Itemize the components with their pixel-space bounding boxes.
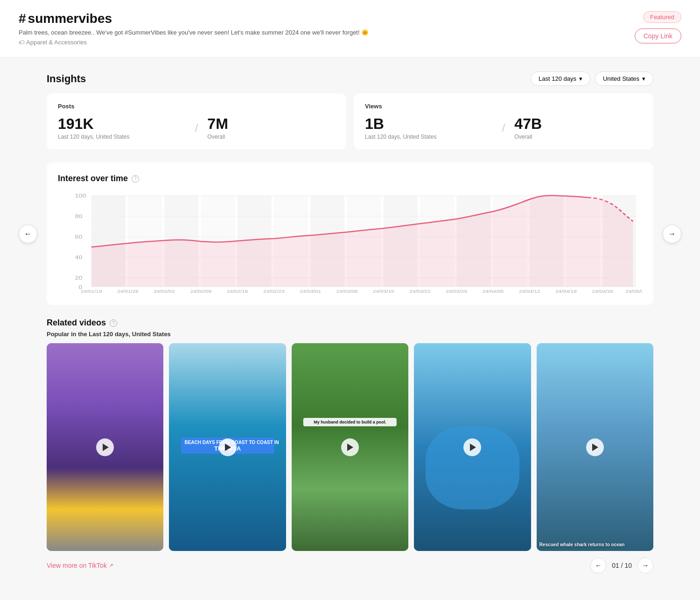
chart-nav-left[interactable]: ← bbox=[19, 225, 37, 243]
play-button-5[interactable] bbox=[586, 438, 604, 456]
video-card-1[interactable] bbox=[47, 343, 163, 551]
chevron-down-icon: ▾ bbox=[579, 75, 582, 82]
header-description: Palm trees, ocean breezee.. We've got #S… bbox=[19, 29, 369, 36]
views-label: Views bbox=[365, 103, 642, 110]
svg-text:24/04/26: 24/04/26 bbox=[592, 289, 613, 293]
posts-divider: / bbox=[195, 121, 198, 134]
posts-main-number: 191K bbox=[58, 115, 186, 133]
svg-text:24/01/26: 24/01/26 bbox=[117, 289, 139, 293]
video-caption-5: Rescued whale shark returns to ocean bbox=[539, 542, 651, 547]
svg-text:80: 80 bbox=[75, 213, 83, 219]
posts-overall-number: 7M bbox=[207, 115, 335, 133]
videos-grid: BEACH DAYS FROM COAST TO COAST INTHE USA… bbox=[47, 343, 653, 551]
svg-text:24/03/01: 24/03/01 bbox=[300, 289, 321, 293]
svg-text:40: 40 bbox=[75, 254, 83, 261]
tag-icon: 🏷 bbox=[19, 39, 24, 46]
video-caption-box-3: My husband decided to build a pool. bbox=[303, 418, 397, 426]
play-button-4[interactable] bbox=[463, 438, 481, 456]
views-overall-sub: Overall bbox=[514, 134, 642, 140]
chart-title-row: Interest over time ? bbox=[58, 174, 642, 184]
related-footer: View more on TikTok ↗ ← 01 / 10 → bbox=[47, 558, 653, 573]
posts-overall-sub: Overall bbox=[207, 134, 335, 140]
play-icon-5 bbox=[592, 444, 598, 451]
related-title: Related videos bbox=[47, 318, 106, 328]
svg-text:24/03/22: 24/03/22 bbox=[409, 289, 431, 293]
svg-text:24/02/23: 24/02/23 bbox=[263, 289, 285, 293]
svg-text:24/02/16: 24/02/16 bbox=[227, 289, 248, 293]
external-link-icon: ↗ bbox=[109, 562, 113, 569]
hashtag-name: summervibes bbox=[28, 11, 112, 26]
play-button-1[interactable] bbox=[96, 438, 114, 456]
main-content: Insights Last 120 days ▾ United States ▾… bbox=[0, 57, 700, 587]
views-values: 1B Last 120 days, United States / 47B Ov… bbox=[365, 115, 642, 140]
svg-text:24/04/12: 24/04/12 bbox=[519, 289, 540, 293]
related-header: Related videos ? bbox=[47, 318, 653, 328]
location-filter[interactable]: United States ▾ bbox=[595, 71, 653, 86]
svg-text:24/03/29: 24/03/29 bbox=[446, 289, 467, 293]
chart-nav-right[interactable]: → bbox=[663, 225, 681, 243]
play-icon-2 bbox=[225, 444, 231, 451]
tag-label: Apparel & Accessories bbox=[26, 39, 87, 46]
video-card-4[interactable] bbox=[414, 343, 531, 551]
copy-link-button[interactable]: Copy Link bbox=[635, 28, 681, 43]
featured-badge: Featured bbox=[643, 11, 681, 23]
related-info-icon[interactable]: ? bbox=[110, 319, 117, 327]
video-card-2[interactable]: BEACH DAYS FROM COAST TO COAST INTHE USA bbox=[169, 343, 286, 551]
play-button-2[interactable] bbox=[219, 438, 237, 456]
svg-text:24/03/08: 24/03/08 bbox=[336, 289, 358, 293]
svg-text:24/04/19: 24/04/19 bbox=[555, 289, 577, 293]
svg-text:24/02/02: 24/02/02 bbox=[154, 289, 175, 293]
play-icon-3 bbox=[347, 444, 353, 451]
video-card-3[interactable]: My husband decided to build a pool. bbox=[292, 343, 408, 551]
svg-text:20: 20 bbox=[75, 275, 83, 281]
chart-outer: ← Interest over time ? 100 80 60 40 20 0 bbox=[47, 162, 653, 305]
views-card: Views 1B Last 120 days, United States / … bbox=[354, 93, 653, 149]
posts-main-sub: Last 120 days, United States bbox=[58, 134, 186, 140]
views-divider: / bbox=[502, 121, 505, 134]
views-overall: 47B Overall bbox=[514, 115, 642, 140]
views-main: 1B Last 120 days, United States bbox=[365, 115, 493, 140]
related-videos-section: Related videos ? Popular in the Last 120… bbox=[47, 318, 653, 573]
play-icon-1 bbox=[103, 444, 109, 451]
info-icon[interactable]: ? bbox=[132, 175, 139, 183]
hash-symbol: # bbox=[19, 11, 26, 26]
days-filter[interactable]: Last 120 days ▾ bbox=[531, 71, 590, 86]
header-left: # summervibes Palm trees, ocean breezee.… bbox=[19, 11, 369, 46]
views-overall-number: 47B bbox=[514, 115, 642, 133]
header-tag: 🏷 Apparel & Accessories bbox=[19, 39, 369, 46]
svg-text:100: 100 bbox=[75, 193, 86, 199]
pagination: ← 01 / 10 → bbox=[590, 558, 653, 573]
view-more-label: View more on TikTok bbox=[47, 562, 107, 569]
play-button-3[interactable] bbox=[341, 438, 359, 456]
svg-text:24/02/09: 24/02/09 bbox=[190, 289, 212, 293]
view-more-link[interactable]: View more on TikTok ↗ bbox=[47, 562, 113, 569]
location-filter-label: United States bbox=[603, 75, 639, 82]
posts-card: Posts 191K Last 120 days, United States … bbox=[47, 93, 346, 149]
posts-values: 191K Last 120 days, United States / 7M O… bbox=[58, 115, 335, 140]
pagination-prev[interactable]: ← bbox=[590, 558, 606, 573]
svg-text:60: 60 bbox=[75, 234, 83, 240]
page-count: 01 / 10 bbox=[612, 562, 632, 569]
svg-text:24/04/05: 24/04/05 bbox=[483, 289, 504, 293]
video-card-5[interactable]: Rescued whale shark returns to ocean bbox=[537, 343, 653, 551]
insights-header: Insights Last 120 days ▾ United States ▾ bbox=[47, 71, 653, 86]
chevron-down-icon-2: ▾ bbox=[642, 75, 645, 82]
chart-container: 100 80 60 40 20 0 bbox=[58, 191, 642, 294]
pagination-next[interactable]: → bbox=[637, 558, 653, 573]
days-filter-label: Last 120 days bbox=[539, 75, 576, 82]
views-main-number: 1B bbox=[365, 115, 493, 133]
page-header: # summervibes Palm trees, ocean breezee.… bbox=[0, 0, 700, 57]
play-icon-4 bbox=[470, 444, 476, 451]
svg-text:24/03/15: 24/03/15 bbox=[373, 289, 394, 293]
stats-grid: Posts 191K Last 120 days, United States … bbox=[47, 93, 653, 149]
svg-text:24/05/03: 24/05/03 bbox=[625, 289, 642, 293]
posts-label: Posts bbox=[58, 103, 335, 110]
page-title: # summervibes bbox=[19, 11, 369, 26]
posts-overall: 7M Overall bbox=[207, 115, 335, 140]
chart-title: Interest over time bbox=[58, 174, 128, 184]
popular-subtitle: Popular in the Last 120 days, United Sta… bbox=[47, 331, 653, 338]
posts-main: 191K Last 120 days, United States bbox=[58, 115, 186, 140]
views-main-sub: Last 120 days, United States bbox=[365, 134, 493, 140]
filters: Last 120 days ▾ United States ▾ bbox=[531, 71, 653, 86]
chart-section: Interest over time ? 100 80 60 40 20 0 bbox=[47, 162, 653, 305]
